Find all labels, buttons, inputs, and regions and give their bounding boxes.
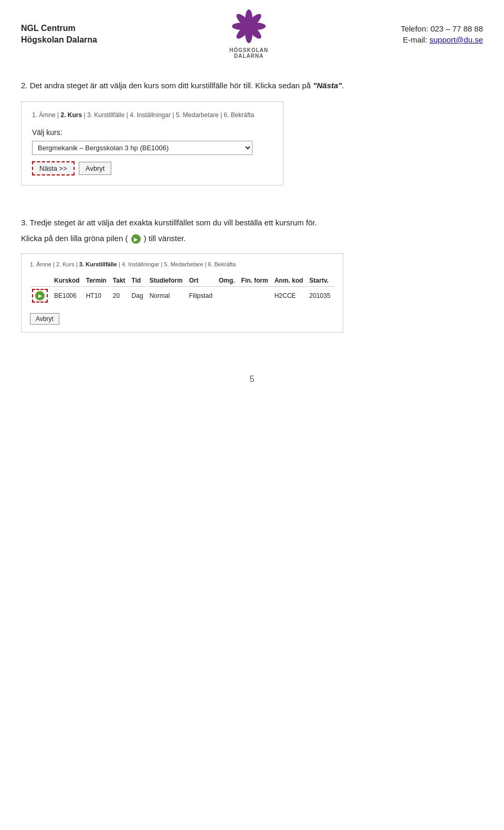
section-2: 2. Det andra steget är att välja den kur… [21, 80, 483, 201]
screenshot-box-1: 1. Ämne | 2. Kurs | 3. Kurstillfälle | 4… [21, 101, 284, 185]
logo: HÖGSKOLANDALARNA [228, 9, 270, 59]
course-table: Kurskod Termin Takt Tid Studieform Ort O… [30, 275, 334, 305]
page-header: NGL Centrum Högskolan Dalarna HÖGSKOLAND… [0, 0, 504, 64]
table-header-row: Kurskod Termin Takt Tid Studieform Ort O… [30, 275, 334, 287]
green-arrow-icon [131, 234, 141, 244]
email-info: E-mail: support@du.se [403, 35, 483, 44]
phone-number: Telefon: 023 – 77 88 88 [401, 24, 483, 33]
bc2-kurstillfalle: 3. Kurstillfälle [79, 261, 117, 267]
select-row-button[interactable] [35, 291, 45, 300]
section-2-text1: Det andra steget är att välja den kurs s… [30, 81, 313, 90]
cell-omg [217, 287, 239, 305]
breadcrumb-2: 1. Ämne | 2. Kurs | 3. Kurstillfälle | 4… [30, 261, 334, 267]
cancel-button-2[interactable]: Avbryt [30, 313, 59, 325]
cell-termin: HT10 [84, 287, 111, 305]
bc2-installningar: 4. Inställningar [122, 261, 160, 267]
bc1-kurstillfalle: 3. Kurstillfälle [87, 111, 124, 119]
th-anmkod: Anm. kod [272, 275, 308, 287]
cell-tid: Dag [130, 287, 148, 305]
email-prefix: E-mail: [403, 35, 429, 44]
section-3-title: 3. Tredje steget är att välja det exakta… [21, 217, 483, 229]
page-number: 5 [21, 375, 483, 384]
bc2-kurs: 2. Kurs [56, 261, 75, 267]
bc1-bekrafta: 6. Bekräfta [224, 111, 254, 119]
cell-studieform: Normal [148, 287, 187, 305]
cell-finform [239, 287, 272, 305]
logo-text: HÖGSKOLANDALARNA [229, 47, 268, 59]
section-3-sub: Klicka på den lilla gröna pilen ( ) till… [21, 234, 483, 244]
bc1-medarbetare: 5. Medarbetare [176, 111, 218, 119]
th-tid: Tid [130, 275, 148, 287]
next-label: "Nästa" [313, 81, 342, 90]
cell-startv: 201035 [307, 287, 334, 305]
next-button[interactable]: Nästa >> [32, 161, 75, 175]
screenshot-box-2: 1. Ämne | 2. Kurs | 3. Kurstillfälle | 4… [21, 253, 343, 333]
th-kurskod: Kurskod [52, 275, 84, 287]
breadcrumb-1: 1. Ämne | 2. Kurs | 3. Kurstillfälle | 4… [32, 111, 272, 119]
th-action [30, 275, 52, 287]
section-3: 3. Tredje steget är att välja det exakta… [21, 217, 483, 344]
school-name: Högskolan Dalarna [21, 35, 97, 45]
th-termin: Termin [84, 275, 111, 287]
th-startv: Startv. [307, 275, 334, 287]
bc2-bekrafta: 6. Bekräfta [208, 261, 236, 267]
section-2-number: 2. [21, 81, 30, 90]
bc2-amne: 1. Ämne [30, 261, 51, 267]
section-3-subtext2: ) till vänster. [144, 234, 186, 243]
org-name: NGL Centrum [21, 24, 97, 33]
cell-anmkod: H2CCE [272, 287, 308, 305]
th-studieform: Studieform [148, 275, 187, 287]
bc2-medarbetare: 5. Medarbetare [164, 261, 203, 267]
row-action-cell [30, 287, 52, 305]
svg-point-8 [244, 21, 254, 32]
bc1-installningar: 4. Inställningar [130, 111, 171, 119]
section-3-subtext1: Klicka på den lilla gröna pilen ( [21, 234, 128, 243]
email-link[interactable]: support@du.se [429, 35, 483, 44]
th-omg: Omg. [217, 275, 239, 287]
main-content: 2. Det andra steget är att välja den kur… [0, 64, 504, 405]
cancel-button-1[interactable]: Avbryt [79, 162, 112, 175]
header-right: Telefon: 023 – 77 88 88 E-mail: support@… [401, 24, 483, 44]
table-row: BE1006 HT10 20 Dag Normal Filipstad H2CC… [30, 287, 334, 305]
th-takt: Takt [111, 275, 130, 287]
cell-takt: 20 [111, 287, 130, 305]
section-3-text: Tredje steget är att välja det exakta ku… [29, 218, 317, 227]
bc1-amne: 1. Ämne [32, 111, 56, 119]
cell-kurskod: BE1006 [52, 287, 84, 305]
section-2-title: 2. Det andra steget är att välja den kur… [21, 80, 483, 92]
section-3-number: 3. [21, 218, 28, 227]
button-row-1: Nästa >> Avbryt [32, 161, 272, 175]
header-left: NGL Centrum Högskolan Dalarna [21, 24, 97, 45]
select-label: Välj kurs: [32, 128, 272, 137]
th-ort: Ort [187, 275, 217, 287]
red-dashed-highlight [32, 289, 48, 303]
logo-icon [228, 9, 270, 46]
course-select[interactable]: Bergmekanik – Bergsskolan 3 hp (BE1006) [32, 141, 253, 155]
cell-ort: Filipstad [187, 287, 217, 305]
th-finform: Fin. form [239, 275, 272, 287]
section-2-text2: . [342, 81, 344, 90]
bc1-kurs: 2. Kurs [61, 111, 82, 119]
